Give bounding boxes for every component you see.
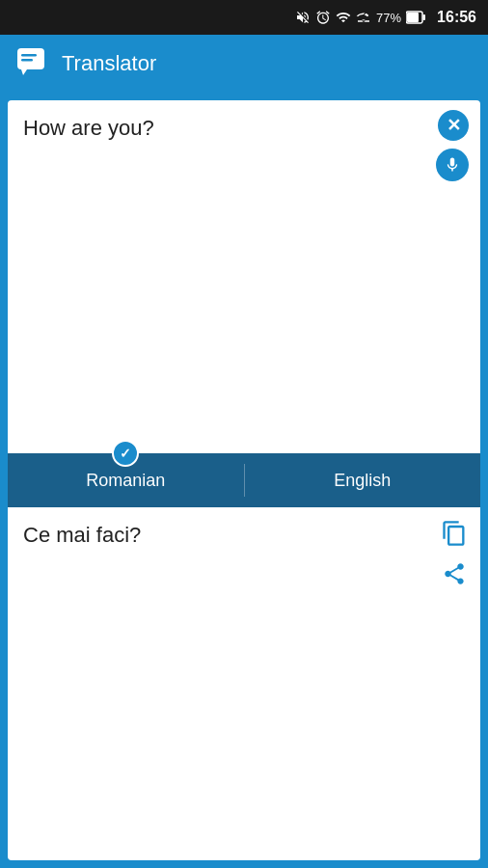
source-language-label: Romanian (86, 471, 165, 491)
main-content: How are you? ✕ ✓ Romanian English Ce mai… (0, 93, 488, 868)
input-panel: How are you? ✕ (8, 100, 480, 453)
share-icon (442, 561, 467, 586)
language-bar: ✓ Romanian English (8, 453, 480, 507)
translator-icon (15, 46, 50, 81)
svg-marker-4 (21, 69, 27, 75)
status-time: 16:56 (437, 9, 476, 26)
wifi-icon (336, 10, 351, 25)
svg-rect-5 (21, 54, 37, 57)
check-icon: ✓ (120, 446, 131, 461)
output-text: Ce mai faci? (8, 507, 480, 860)
app-bar: Translator (0, 35, 488, 93)
mic-button[interactable] (436, 149, 469, 181)
copy-button[interactable] (438, 517, 471, 550)
app-title: Translator (62, 51, 156, 76)
app-icon (15, 46, 50, 81)
target-language-label: English (334, 471, 391, 491)
source-language-tab[interactable]: ✓ Romanian (8, 453, 244, 507)
status-bar: 77% 16:56 (0, 0, 488, 35)
language-check-indicator: ✓ (112, 440, 139, 467)
mic-icon (444, 156, 461, 174)
clear-icon: ✕ (447, 117, 461, 134)
mute-icon (295, 10, 311, 25)
target-language-tab[interactable]: English (245, 453, 481, 507)
alarm-icon (315, 10, 331, 25)
clear-button[interactable]: ✕ (438, 110, 469, 141)
status-icons: 77% (295, 10, 425, 25)
svg-rect-1 (423, 14, 426, 20)
svg-rect-2 (407, 13, 419, 22)
signal-icon (356, 10, 371, 25)
battery-percentage: 77% (376, 11, 401, 25)
battery-icon (406, 11, 425, 24)
output-panel: Ce mai faci? (8, 507, 480, 860)
input-text[interactable]: How are you? (8, 100, 480, 453)
svg-rect-6 (21, 59, 33, 62)
copy-icon (441, 520, 468, 547)
share-button[interactable] (438, 557, 471, 590)
